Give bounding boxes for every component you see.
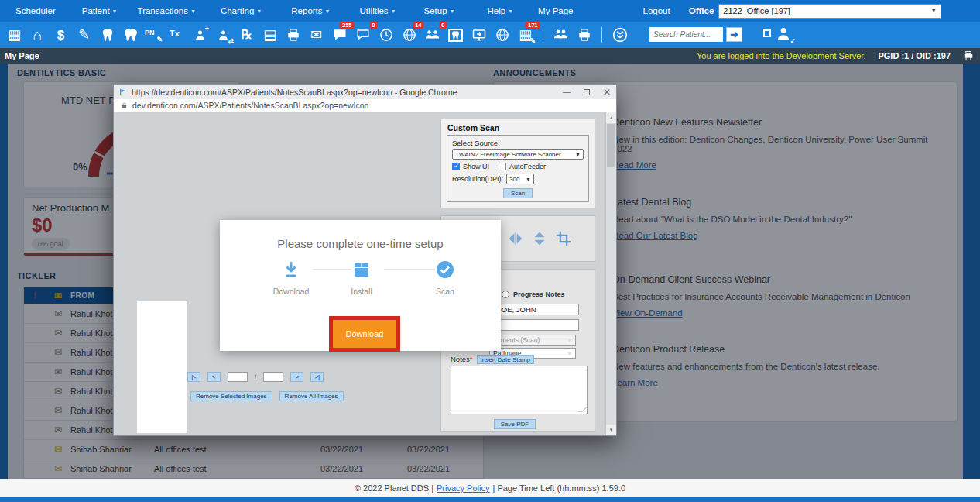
popup-title-bar[interactable]: https://dev.denticon.com/ASPX/Patients/N… [114,85,616,99]
autofeeder-checkbox[interactable] [499,163,506,170]
perio-tooth-icon[interactable] [122,25,139,45]
treatment-plan-icon[interactable]: Tx [168,25,186,45]
scheduler-grid-icon[interactable]: ▦ [5,25,23,45]
menu-logout[interactable]: Logout [643,6,670,15]
patient-name-field[interactable]: DOE, JOHN [492,304,579,315]
scroll-up-icon[interactable]: ▲ [606,112,616,123]
globe-icon[interactable] [493,25,511,45]
custom-scan-title: Custom Scan [441,119,595,135]
current-page-input[interactable] [228,372,248,382]
next-page-button[interactable]: > [290,372,303,382]
progress-notes-icon[interactable]: PN✎ [145,25,163,45]
time-clock-icon[interactable] [377,25,395,45]
flip-horizontal-icon[interactable] [508,231,523,246]
menu-reports[interactable]: Reports▼ [291,6,330,15]
messages-bubble-icon[interactable]: 255 [331,25,348,45]
menu-charting[interactable]: Charting▼ [221,6,262,15]
caret-down-icon: ▼ [112,9,118,14]
add-patient-icon[interactable]: + [191,25,209,45]
caret-down-icon: ▼ [256,9,262,14]
copyright-text: © 2022 Planet DDS | [355,483,433,493]
patient-check-icon[interactable]: ✓ [776,26,791,45]
menu-help[interactable]: Help▼ [488,6,514,15]
scroll-thumb[interactable] [607,124,615,167]
edit-note-icon[interactable]: ✎ [75,25,93,45]
chat-count-badge: 0 [369,21,378,29]
print-page-icon[interactable] [963,50,974,61]
page-footer: © 2022 Planet DDS | Privacy Policy | Pag… [0,479,980,497]
description-field[interactable] [492,319,579,331]
search-go-arrow-icon[interactable]: ➜ [726,27,742,42]
lock-icon [121,102,128,109]
notes-label: Notes [451,355,470,363]
image-pagination: |< < / > >| [187,372,324,382]
scan-button[interactable]: Scan [503,188,533,198]
minimize-icon[interactable]: — [563,88,571,96]
page-separator: / [255,373,256,380]
last-page-button[interactable]: >| [310,372,324,382]
download-button-highlight[interactable]: Download [329,316,400,352]
chart-tooth-icon[interactable] [98,25,116,45]
mail-envelope-icon[interactable]: ✉ [307,25,325,45]
privacy-policy-link[interactable]: Privacy Policy [437,483,489,493]
step-scan: Scan [416,260,475,296]
menu-transactions[interactable]: Transactions▼ [138,6,196,15]
menu-utilities[interactable]: Utilities▼ [360,6,396,15]
popup-url-bar[interactable]: dev.denticon.com/ASPX/Patients/NotesScan… [114,99,616,112]
worksheet-icon[interactable]: ▦✎171 [516,25,534,45]
search-patient-input[interactable] [649,27,723,42]
progress-notes-radio[interactable] [502,291,509,298]
caret-down-icon: ▼ [391,9,396,14]
show-ui-checkbox[interactable] [452,163,460,170]
staff-group-icon[interactable] [552,25,570,45]
menu-patient[interactable]: Patient▼ [82,6,118,15]
maximize-icon[interactable] [584,89,590,95]
flip-vertical-icon[interactable] [532,231,547,246]
page-time-left: | Page Time Left (hh:mm:ss) 1:59:0 [492,483,625,493]
remove-all-images-button[interactable]: Remove All Images [279,391,344,401]
patients-waiting-icon[interactable]: 0 [423,25,441,45]
step-connector [313,269,351,270]
scanner-source-select[interactable]: TWAIN2 FreeImage Software Scanner▼ [452,149,584,160]
first-page-button[interactable]: |< [187,372,200,382]
menu-setup[interactable]: Setup▼ [424,6,455,15]
batch-print-icon[interactable] [575,25,593,45]
square-indicator-icon[interactable] [763,29,771,37]
office-select[interactable]: 2122_Office [197]▼ [718,4,941,19]
save-pdf-button[interactable]: Save PDF [494,419,536,429]
remote-monitor-icon[interactable] [470,25,488,45]
notes-textarea[interactable] [451,366,588,414]
close-icon[interactable]: ✕ [603,88,611,97]
clipboard-list-icon[interactable]: ▤ [261,25,279,45]
image-preview-area [137,301,187,433]
menu-scheduler[interactable]: Scheduler [15,6,56,15]
home-icon[interactable]: ⌂ [29,25,46,45]
chat-bubble-icon[interactable]: 0 [354,25,372,45]
transfer-patient-icon[interactable]: ⇄ [214,25,232,45]
total-pages-input[interactable] [263,372,283,382]
world-clock-icon[interactable]: 14 [400,25,418,45]
transactions-dollar-icon[interactable]: $ [52,25,70,45]
crop-icon[interactable] [556,231,571,246]
scroll-down-icon[interactable]: ▼ [606,425,616,435]
insert-date-stamp-button[interactable]: Insert Date Stamp [477,355,534,364]
fax-printer-icon[interactable] [284,25,302,45]
popup-scrollbar[interactable]: ▲ ▼ [605,112,616,435]
world-count-badge: 14 [413,21,424,29]
caret-down-icon: ▼ [508,9,513,14]
remove-selected-images-button[interactable]: Remove Selected Images [190,391,272,401]
resolution-select[interactable]: 300▼ [506,174,534,184]
collapse-circle-icon[interactable] [611,25,629,45]
caret-down-icon: ▼ [930,8,937,14]
caret-down-icon: ▼ [325,9,331,14]
tooth-frame-icon[interactable] [447,25,464,45]
patient-search: ➜ [649,27,742,42]
autofeeder-label: AutoFeeder [509,163,546,170]
download-button[interactable]: Download [346,329,384,339]
popup-body: |< < / > >| Remove Selected Images Remov… [114,112,616,435]
icon-toolbar: ▦ ⌂ $ ✎ PN✎ Tx + ⇄ ℞ ▤ ✉ 255 0 14 0 ▦✎17… [0,22,980,48]
prev-page-button[interactable]: < [207,372,221,382]
step-connector [384,269,435,270]
rx-pharmacy-icon[interactable]: ℞ [238,25,255,45]
menu-my-page[interactable]: My Page [538,6,573,15]
